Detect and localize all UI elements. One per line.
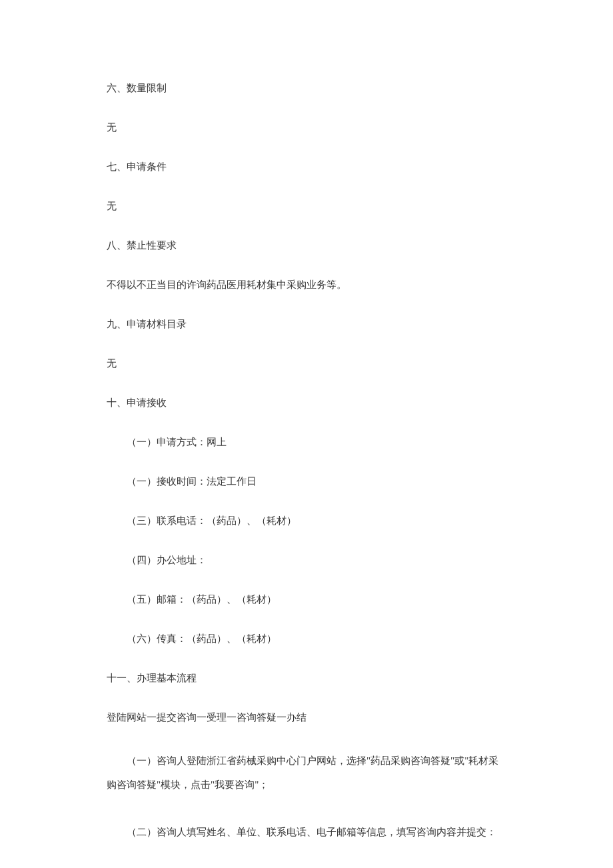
- section-eight-content: 不得以不正当目的许询药品医用耗材集中采购业务等。: [107, 277, 506, 293]
- section-seven-heading: 七、申请条件: [107, 159, 506, 175]
- section-nine-heading: 九、申请材料目录: [107, 316, 506, 332]
- section-six-content: 无: [107, 119, 506, 135]
- section-eleven-step-1: （一）咨询人登陆浙江省药械采购中心门户网站，选择"药品采购咨询答疑"或"耗材采购…: [107, 749, 506, 797]
- section-ten-item-6: （六）传真：（药品）、（耗材）: [107, 631, 506, 647]
- section-eight-heading: 八、禁止性要求: [107, 237, 506, 253]
- section-six-heading: 六、数量限制: [107, 80, 506, 96]
- section-eleven-heading: 十一、办理基本流程: [107, 670, 506, 686]
- section-ten-item-2: （一）接收时间：法定工作日: [107, 473, 506, 489]
- section-ten-heading: 十、申请接收: [107, 395, 506, 411]
- section-nine-content: 无: [107, 355, 506, 371]
- section-eleven-flow: 登陆网站一提交咨询一受理一咨询答疑一办结: [107, 709, 506, 725]
- section-eleven-step-2: （二）咨询人填写姓名、单位、联系电话、电子邮箱等信息，填写咨询内容并提交：: [107, 820, 506, 844]
- section-ten-item-4: （四）办公地址：: [107, 552, 506, 568]
- section-ten-item-3: （三）联系电话：（药品）、（耗材）: [107, 513, 506, 529]
- section-ten-item-1: （一）申请方式：网上: [107, 434, 506, 450]
- section-ten-item-5: （五）邮箱：（药品）、（耗材）: [107, 591, 506, 607]
- section-seven-content: 无: [107, 198, 506, 214]
